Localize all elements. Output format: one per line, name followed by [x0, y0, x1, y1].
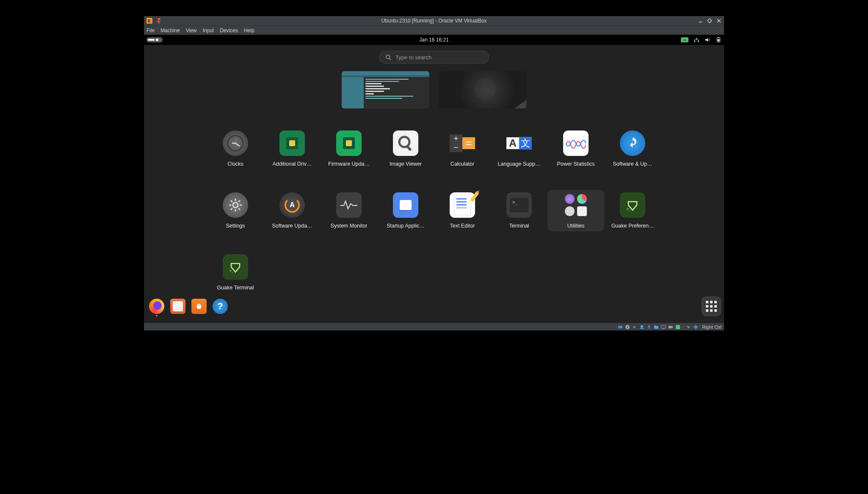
- app-terminal[interactable]: >_ Terminal: [491, 190, 547, 231]
- network-icon[interactable]: [694, 37, 699, 43]
- app-power-statistics[interactable]: Power Statistics: [547, 128, 604, 169]
- app-clocks[interactable]: Clocks: [207, 128, 264, 169]
- svg-rect-13: [618, 326, 622, 328]
- vb-host-key-label: Right Ctrl: [702, 325, 721, 330]
- dock-ubuntu-software[interactable]: [191, 299, 207, 314]
- svg-point-15: [627, 326, 628, 327]
- app-label: Image Viewer: [390, 161, 422, 167]
- vb-guest-additions-icon[interactable]: [675, 325, 680, 330]
- utilities-folder-icon: [563, 192, 589, 218]
- extension-indicator-icon[interactable]: ◉: [681, 37, 688, 42]
- vb-statusbar: | Right Ctrl: [144, 323, 724, 330]
- software-updater-icon: [279, 192, 305, 218]
- activities-button[interactable]: [147, 37, 163, 42]
- app-system-monitor[interactable]: System Monitor: [321, 190, 377, 231]
- dash-dock: ?: [147, 293, 721, 319]
- svg-rect-5: [718, 39, 719, 41]
- app-startup-applications[interactable]: Startup Applic…: [377, 190, 434, 231]
- vb-vm-icon: [147, 18, 152, 24]
- svg-rect-19: [654, 325, 656, 327]
- battery-icon[interactable]: [716, 37, 721, 43]
- show-applications-button[interactable]: [702, 297, 721, 316]
- image-viewer-icon: [393, 130, 418, 156]
- app-grid: Clocks Additional Driv… Firmware Upda… I…: [207, 128, 661, 293]
- app-text-editor[interactable]: Text Editor: [434, 190, 491, 231]
- topbar-clock[interactable]: Jan 16 16:21: [144, 37, 724, 43]
- minimize-button[interactable]: [698, 18, 703, 23]
- vb-hdd-icon[interactable]: [618, 325, 623, 330]
- vb-titlebar: 📌 Ubuntu-2310 [Running] - Oracle VM Virt…: [144, 16, 724, 25]
- workspace-thumb-1[interactable]: [342, 71, 429, 108]
- svg-rect-23: [676, 325, 680, 329]
- svg-text:>_: >_: [229, 269, 234, 273]
- pin-icon[interactable]: 📌: [155, 17, 163, 25]
- vb-window-title: Ubuntu-2310 [Running] - Oracle VM Virtua…: [144, 18, 724, 24]
- app-label: Utilities: [567, 223, 584, 229]
- svg-rect-16: [641, 325, 643, 327]
- workspace-thumbnails: [342, 71, 526, 108]
- virtualbox-window: 📌 Ubuntu-2310 [Running] - Oracle VM Virt…: [144, 16, 724, 330]
- vb-menubar: File Machine View Input Devices Help: [144, 25, 724, 35]
- app-additional-drivers[interactable]: Additional Driv…: [264, 128, 321, 169]
- close-button[interactable]: [716, 18, 721, 23]
- app-software-updater[interactable]: Software Upda…: [264, 190, 321, 231]
- app-calculator[interactable]: +−= Calculator: [434, 128, 491, 169]
- app-label: Guake Terminal: [217, 285, 254, 291]
- app-label: Guake Preferen…: [611, 223, 654, 229]
- vb-optical-icon[interactable]: [625, 325, 630, 330]
- svg-point-6: [386, 55, 390, 59]
- vb-usb-icon[interactable]: [647, 325, 652, 330]
- power-statistics-icon: [563, 130, 589, 156]
- svg-point-10: [233, 203, 238, 208]
- app-label: Clocks: [227, 161, 243, 167]
- maximize-button[interactable]: [707, 18, 712, 23]
- guake-preferences-icon: >_: [620, 192, 645, 218]
- menu-machine[interactable]: Machine: [160, 28, 180, 33]
- app-label: Additional Driv…: [272, 161, 312, 167]
- dock-firefox[interactable]: [149, 299, 164, 314]
- additional-drivers-icon: [279, 130, 305, 156]
- language-support-icon: A文: [506, 130, 532, 156]
- app-guake-preferences[interactable]: >_ Guake Preferen…: [604, 190, 661, 231]
- vb-shared-folders-icon[interactable]: [654, 325, 659, 330]
- app-software-and-updates[interactable]: Software & Up…: [604, 128, 661, 169]
- svg-rect-22: [669, 326, 672, 328]
- search-input[interactable]: Type to search: [379, 51, 489, 64]
- app-label: Terminal: [509, 223, 529, 229]
- app-guake-terminal[interactable]: >_ Guake Terminal: [207, 252, 264, 293]
- app-label: Text Editor: [450, 223, 475, 229]
- menu-input[interactable]: Input: [203, 28, 214, 33]
- menu-file[interactable]: File: [147, 28, 155, 33]
- vb-mouse-integration-icon[interactable]: [686, 325, 691, 330]
- search-icon: [385, 54, 391, 60]
- vb-display-icon[interactable]: [661, 325, 666, 330]
- guake-terminal-icon: >_: [223, 254, 248, 280]
- app-settings[interactable]: Settings: [207, 190, 264, 231]
- app-image-viewer[interactable]: Image Viewer: [377, 128, 434, 169]
- app-language-support[interactable]: A文 Language Supp…: [491, 128, 547, 169]
- clocks-icon: [223, 130, 248, 156]
- menu-view[interactable]: View: [186, 28, 197, 33]
- menu-help[interactable]: Help: [244, 28, 254, 33]
- vb-audio-icon[interactable]: [632, 325, 637, 330]
- text-editor-icon: [450, 192, 475, 218]
- workspace-thumb-2[interactable]: [439, 71, 526, 108]
- volume-icon[interactable]: [705, 37, 710, 43]
- vb-network-icon[interactable]: [639, 325, 644, 330]
- menu-devices[interactable]: Devices: [220, 28, 238, 33]
- dock-files[interactable]: [170, 299, 185, 314]
- app-label: Settings: [226, 223, 245, 229]
- dock-help[interactable]: ?: [213, 299, 228, 314]
- guest-desktop: Jan 16 16:21 ◉ Type to search: [144, 35, 724, 323]
- app-firmware-updater[interactable]: Firmware Upda…: [321, 128, 377, 169]
- app-utilities-folder[interactable]: Utilities: [547, 190, 604, 231]
- vb-recording-icon[interactable]: [668, 325, 673, 330]
- app-label: Language Supp…: [498, 161, 541, 167]
- svg-rect-20: [661, 325, 666, 328]
- vb-keyboard-captured-icon[interactable]: [693, 325, 698, 330]
- app-label: Software & Up…: [613, 161, 652, 167]
- search-placeholder: Type to search: [395, 54, 431, 61]
- gnome-topbar: Jan 16 16:21 ◉: [144, 35, 724, 45]
- svg-rect-21: [663, 329, 664, 329]
- app-label: Software Upda…: [272, 223, 312, 229]
